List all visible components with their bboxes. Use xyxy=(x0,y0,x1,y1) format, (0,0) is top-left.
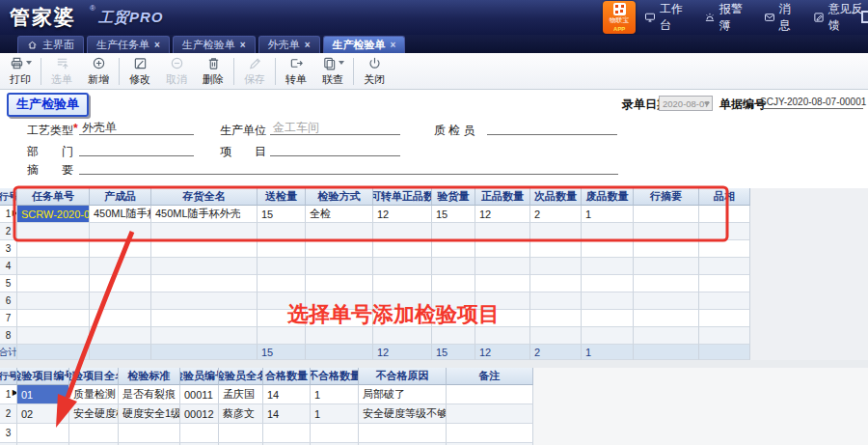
messages-menu-item[interactable]: 消息 xyxy=(764,1,799,34)
grid-cell[interactable] xyxy=(151,292,258,310)
pick-order-button[interactable]: 选单 xyxy=(43,55,80,88)
row-number-cell[interactable]: 2 xyxy=(0,404,17,424)
grid-cell[interactable] xyxy=(432,258,475,275)
grid-cell[interactable]: 12 xyxy=(373,206,432,223)
column-header[interactable]: 检验方式 xyxy=(306,188,373,206)
grid-cell[interactable] xyxy=(90,275,151,292)
grid-cell[interactable] xyxy=(634,206,699,223)
project-field[interactable] xyxy=(270,141,400,156)
column-header[interactable]: 任务单号 xyxy=(17,188,90,206)
column-header[interactable]: 送检量 xyxy=(258,188,306,206)
column-header[interactable]: 产成品 xyxy=(90,188,151,206)
column-header[interactable]: 正品数量 xyxy=(475,188,530,206)
grid-cell[interactable]: 450ML随手杯外壳 xyxy=(151,206,258,223)
column-header[interactable]: 检验项目编号 xyxy=(17,368,69,385)
grid-cell[interactable] xyxy=(119,424,180,443)
grid-cell[interactable] xyxy=(447,385,533,404)
grid-cell[interactable] xyxy=(90,223,151,240)
grid-cell[interactable] xyxy=(634,327,699,345)
grid-cell[interactable] xyxy=(475,223,530,240)
doc-number-value[interactable]: SCJY-2020-08-07-00001 xyxy=(760,97,863,109)
grid-cell[interactable] xyxy=(90,292,151,310)
grid-cell[interactable] xyxy=(530,310,582,327)
grid-cell[interactable] xyxy=(151,223,258,240)
column-header[interactable]: 检验标准 xyxy=(119,368,180,385)
save-button[interactable]: 保存 xyxy=(236,55,273,88)
grid-cell[interactable] xyxy=(582,327,634,345)
grid-cell[interactable]: 1 xyxy=(582,206,634,223)
grid-cell[interactable] xyxy=(582,310,634,327)
grid-cell[interactable] xyxy=(447,404,533,424)
grid-cell[interactable]: 局部破了 xyxy=(359,385,447,404)
grid-cell[interactable] xyxy=(17,223,90,240)
grid-cell[interactable]: SCRW-2020-08-07-0 xyxy=(17,206,90,223)
close-tab-icon[interactable]: × xyxy=(305,40,311,50)
column-header[interactable]: 验货量 xyxy=(432,188,475,206)
grid-cell[interactable] xyxy=(699,310,750,327)
grid-cell[interactable] xyxy=(634,292,699,310)
tab-shell-order[interactable]: 外壳单 × xyxy=(258,36,320,53)
grid-cell[interactable] xyxy=(258,292,306,310)
grid-cell[interactable] xyxy=(306,258,373,275)
grid-cell[interactable] xyxy=(306,240,373,258)
grid-cell[interactable] xyxy=(699,327,750,345)
grid-cell[interactable] xyxy=(447,424,533,443)
grid-cell[interactable] xyxy=(373,327,432,345)
grid-cell[interactable] xyxy=(373,310,432,327)
grid-cell[interactable]: 孟庆国 xyxy=(219,385,263,404)
print-button[interactable]: 打印 xyxy=(2,55,39,88)
grid-cell[interactable] xyxy=(258,223,306,240)
summary-field[interactable] xyxy=(79,159,618,175)
grid-cell[interactable] xyxy=(634,223,699,240)
column-header[interactable]: 检验员全名 xyxy=(219,368,263,385)
grid-cell[interactable]: 12 xyxy=(475,206,530,223)
grid-cell[interactable] xyxy=(475,292,530,310)
close-button[interactable]: 关闭 xyxy=(356,55,393,88)
grid-cell[interactable]: 硬度安全1级 xyxy=(119,404,180,424)
column-header[interactable]: 品相 xyxy=(699,188,750,206)
tab-production-inspection-order-active[interactable]: 生产检验单 × xyxy=(323,36,406,53)
grid-cell[interactable] xyxy=(582,275,634,292)
quality-inspector-field[interactable] xyxy=(487,120,617,135)
linked-query-button[interactable]: 联查 xyxy=(314,55,351,88)
grid-cell[interactable] xyxy=(17,424,69,443)
grid-cell[interactable] xyxy=(530,327,582,345)
feedback-menu-item[interactable]: 意见反馈 xyxy=(813,1,868,34)
grid-cell[interactable] xyxy=(17,258,90,275)
row-number-cell[interactable]: 1▶ xyxy=(0,385,17,404)
grid-cell[interactable] xyxy=(258,310,306,327)
grid-cell[interactable] xyxy=(530,275,582,292)
grid-cell[interactable] xyxy=(17,327,90,345)
grid-cell[interactable] xyxy=(530,240,582,258)
column-header[interactable]: 合格数量 xyxy=(263,368,311,385)
grid-cell[interactable] xyxy=(475,327,530,345)
tab-main-screen[interactable]: 主界面 xyxy=(17,36,84,53)
grid-cell[interactable] xyxy=(306,310,373,327)
grid-cell[interactable] xyxy=(475,240,530,258)
grid-cell[interactable]: 14 xyxy=(263,385,311,404)
grid-cell[interactable] xyxy=(699,292,750,310)
grid-cell[interactable] xyxy=(373,240,432,258)
grid-cell[interactable] xyxy=(432,327,475,345)
grid-cell[interactable] xyxy=(432,292,475,310)
grid-cell[interactable] xyxy=(69,424,119,443)
column-header[interactable]: 行摘要 xyxy=(634,188,699,206)
grid-cell[interactable]: 1 xyxy=(311,404,359,424)
column-header[interactable]: 检验项目全名 xyxy=(69,368,119,385)
column-header[interactable]: 不合格数量 xyxy=(311,368,359,385)
grid-cell[interactable] xyxy=(151,240,258,258)
row-number-cell[interactable]: 6 xyxy=(0,292,17,310)
grid-cell[interactable] xyxy=(634,275,699,292)
grid-cell[interactable] xyxy=(699,240,750,258)
close-tab-icon[interactable]: × xyxy=(154,40,160,50)
grid-cell[interactable] xyxy=(17,292,90,310)
grid-cell[interactable] xyxy=(699,206,750,223)
add-new-button[interactable]: 新增 xyxy=(80,55,117,88)
grid-cell[interactable] xyxy=(258,240,306,258)
grid-cell[interactable] xyxy=(699,275,750,292)
grid-cell[interactable] xyxy=(306,327,373,345)
row-number-cell[interactable]: 8 xyxy=(0,327,17,345)
grid-cell[interactable] xyxy=(306,292,373,310)
record-date-select[interactable]: 2020-08-07 xyxy=(659,96,713,111)
grid-cell[interactable] xyxy=(151,275,258,292)
